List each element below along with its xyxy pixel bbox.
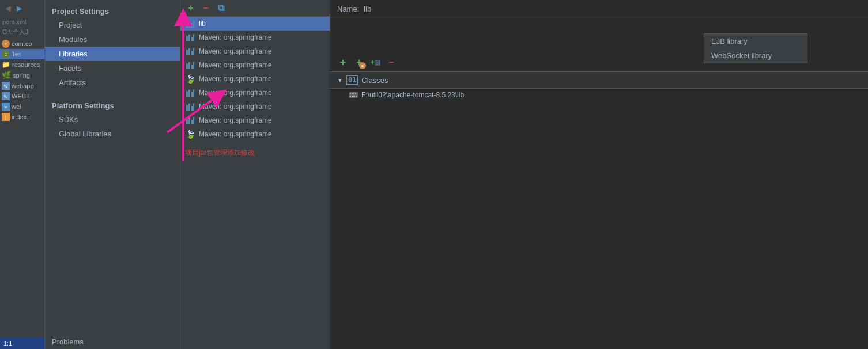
leaf-icon: 🍃 <box>185 130 195 139</box>
dropdown-options: EJB library WebSocket library <box>704 33 807 63</box>
svg-rect-26 <box>191 120 193 124</box>
file-label: index.j <box>12 113 30 120</box>
list-item[interactable]: 📁 resources <box>0 59 44 70</box>
list-item[interactable]: c com.co <box>0 39 44 49</box>
file-label: wel <box>12 103 21 110</box>
sidebar-item-facets[interactable]: Facets <box>45 61 180 75</box>
svg-rect-25 <box>188 117 190 124</box>
library-item-lib[interactable]: lib <box>180 17 330 31</box>
svg-rect-3 <box>193 20 194 28</box>
svg-rect-32 <box>350 93 351 94</box>
list-item[interactable]: w wel <box>0 101 44 112</box>
add-library-button[interactable]: + <box>185 2 197 14</box>
library-item-maven6[interactable]: Maven: org.springframe <box>180 100 330 113</box>
library-name: Maven: org.springframe <box>199 33 272 41</box>
svg-rect-11 <box>193 48 194 55</box>
svg-text:⊞: ⊞ <box>376 60 380 66</box>
svg-rect-20 <box>186 105 188 111</box>
list-item[interactable]: W webapp <box>0 81 44 91</box>
svg-rect-7 <box>193 34 194 41</box>
svg-rect-34 <box>353 93 354 94</box>
webinf-icon: W <box>2 92 10 100</box>
nav-back-icon[interactable]: ◄ <box>3 3 13 14</box>
path-label: G:\:个人J <box>0 26 44 37</box>
remove-detail-button[interactable]: − <box>386 56 397 68</box>
path-entry: F:\util02\apache-tomcat-8.5.23\lib <box>330 89 868 101</box>
svg-rect-5 <box>188 35 190 41</box>
library-item-maven5[interactable]: Maven: org.springframe <box>180 86 330 100</box>
svg-rect-17 <box>188 90 190 97</box>
svg-rect-31 <box>349 92 358 98</box>
remove-library-button[interactable]: − <box>200 2 212 14</box>
name-label: Name: <box>337 5 359 13</box>
classes-icon: 01 <box>346 75 358 85</box>
collapse-arrow-icon: ▼ <box>337 77 343 84</box>
library-name: Maven: org.springframe <box>199 61 272 69</box>
dropdown-option-ejb[interactable]: EJB library <box>704 34 807 48</box>
dropdown-option-websocket[interactable]: WebSocket library <box>704 48 807 63</box>
svg-rect-9 <box>188 48 190 55</box>
svg-rect-35 <box>355 93 356 94</box>
sidebar-item-libraries[interactable]: Libraries <box>45 47 180 61</box>
library-name: Maven: org.springframe <box>199 47 272 55</box>
resources-icon: 📁 <box>2 60 10 69</box>
file-tree-panel: ◄ ► pom.xml G:\:个人J c com.co C Tes 📁 res… <box>0 0 45 349</box>
file-label: resources <box>12 61 40 68</box>
library-item-maven2[interactable]: Maven: org.springframe <box>180 44 330 58</box>
detail-header: Name: lib <box>330 0 868 18</box>
library-name: Maven: org.springframe <box>199 75 272 83</box>
library-item-maven8[interactable]: 🍃 Maven: org.springframe <box>180 127 330 141</box>
add-detail-button[interactable]: + <box>337 56 349 68</box>
copy-library-button[interactable]: ⧉ <box>215 2 227 14</box>
nav-forward-icon[interactable]: ► <box>15 3 24 14</box>
svg-rect-4 <box>186 36 188 41</box>
package-icon: c <box>2 40 10 48</box>
bar-chart-icon <box>185 116 195 125</box>
list-item[interactable]: W WEB-I <box>0 91 44 101</box>
list-item[interactable]: j index.j <box>0 112 44 122</box>
svg-rect-8 <box>186 50 188 55</box>
add-jar-button[interactable]: +● <box>353 56 365 68</box>
library-name: Maven: org.springframe <box>199 89 272 97</box>
bar-chart-icon <box>185 102 195 111</box>
sidebar-item-project[interactable]: Project <box>45 18 180 32</box>
classes-section[interactable]: ▼ 01 Classes <box>330 72 868 89</box>
library-detail-panel: Name: lib EJB library WebSocket library … <box>330 0 868 349</box>
svg-rect-0 <box>186 22 188 28</box>
library-name: lib <box>199 20 206 28</box>
file-label: WEB-I <box>12 93 30 100</box>
leaf-icon: 🍃 <box>185 74 195 84</box>
bar-chart-icon <box>185 47 195 56</box>
platform-settings-title: Platform Settings <box>45 97 180 112</box>
sidebar-item-sdks[interactable]: SDKs <box>45 112 180 127</box>
bar-chart-icon <box>185 33 195 42</box>
bar-chart-icon <box>185 60 195 70</box>
svg-rect-36 <box>350 96 351 97</box>
file-tree-section: c com.co C Tes 📁 resources 🌿 spring W we… <box>0 37 44 123</box>
bar-chart-icon <box>185 88 195 97</box>
svg-rect-33 <box>352 93 353 94</box>
library-item-maven7[interactable]: Maven: org.springframe <box>180 113 330 127</box>
svg-rect-38 <box>356 96 357 97</box>
svg-rect-16 <box>186 91 188 97</box>
library-name: Maven: org.springframe <box>199 130 272 138</box>
library-item-maven1[interactable]: Maven: org.springframe <box>180 31 330 44</box>
pom-file-label: pom.xml <box>0 17 44 26</box>
project-settings-title: Project Settings <box>45 2 180 18</box>
svg-rect-24 <box>186 119 188 124</box>
svg-rect-1 <box>188 21 190 28</box>
list-item[interactable]: 🌿 spring <box>0 70 44 81</box>
file-label: com.co <box>12 40 32 47</box>
bar-chart-icon <box>185 19 195 28</box>
svg-rect-14 <box>191 65 193 69</box>
library-item-maven4[interactable]: 🍃 Maven: org.springframe <box>180 72 330 86</box>
spring-icon: 🌿 <box>2 71 11 79</box>
library-item-maven3[interactable]: Maven: org.springframe <box>180 58 330 72</box>
sidebar-item-modules[interactable]: Modules <box>45 32 180 47</box>
sidebar-item-global-libraries[interactable]: Global Libraries <box>45 127 180 141</box>
sidebar-item-artifacts[interactable]: Artifacts <box>45 75 180 90</box>
add-native-button[interactable]: + ⊞ <box>369 56 381 68</box>
sidebar-item-problems[interactable]: Problems <box>45 335 180 349</box>
svg-rect-22 <box>191 106 193 111</box>
list-item[interactable]: C Tes <box>0 49 44 59</box>
